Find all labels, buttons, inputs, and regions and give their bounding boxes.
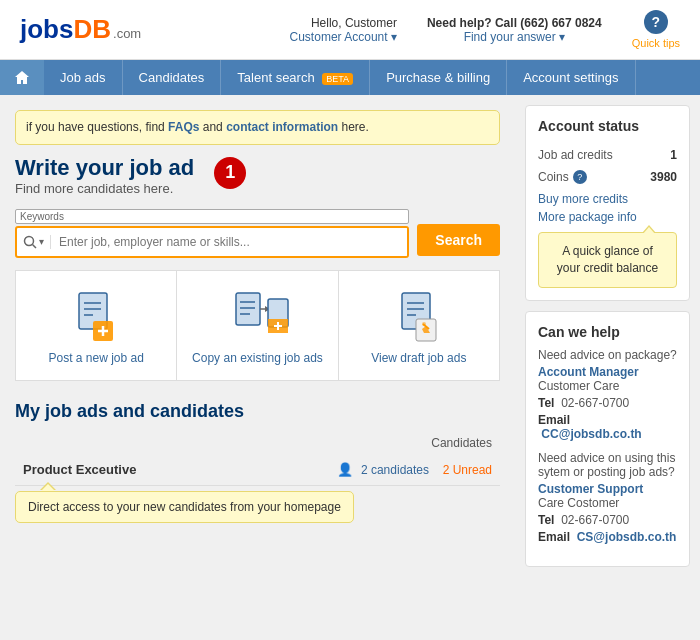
col-candidates-header: Candidates [224, 432, 500, 454]
svg-point-26 [422, 322, 426, 326]
help-advice1: Need advice on package? [538, 348, 677, 362]
copy-job-icon [232, 291, 282, 341]
faq-tooltip: if you have questions, find FAQs and con… [15, 110, 500, 145]
search-input[interactable] [51, 228, 407, 256]
my-job-ads-title: My job ads and candidates [15, 401, 500, 422]
post-job-label: Post a new job ad [26, 351, 166, 365]
candidates-count[interactable]: 2 candidates [361, 463, 429, 477]
user-info: Hello, Customer Customer Account ▾ [290, 16, 397, 44]
search-input-inner: ▾ [15, 226, 409, 258]
view-draft-label: View draft job ads [349, 351, 489, 365]
sidebar: Account status Job ad credits 1 Coins ? … [515, 95, 700, 577]
nav-home-button[interactable] [0, 60, 44, 95]
main-nav: Job ads Candidates Talent search BETA Pu… [0, 60, 700, 95]
candidate-icon: 👤 [337, 462, 353, 477]
copy-job-label: Copy an existing job ads [187, 351, 327, 365]
view-draft-card[interactable]: View draft job ads [339, 271, 499, 380]
account-status-box: Account status Job ad credits 1 Coins ? … [525, 105, 690, 301]
main-area: if you have questions, find FAQs and con… [0, 95, 700, 577]
help-section-support: Need advice on using this sytem or posti… [538, 451, 677, 544]
coins-row: Coins ? 3980 [538, 166, 677, 188]
beta-badge: BETA [322, 73, 353, 85]
customer-care: Customer Care [538, 379, 677, 393]
help-title: Can we help [538, 324, 677, 340]
keywords-label: Keywords [15, 209, 409, 224]
copy-job-card[interactable]: Copy an existing job ads [177, 271, 338, 380]
nav-item-talent-search[interactable]: Talent search BETA [221, 60, 370, 95]
search-bar: Keywords ▾ Search [15, 209, 500, 258]
quick-tips[interactable]: ? Quick tips [632, 10, 680, 49]
view-draft-icon [394, 291, 444, 341]
contact-link[interactable]: contact information [226, 120, 338, 134]
account-status-title: Account status [538, 118, 677, 134]
post-job-icon [71, 291, 121, 341]
candidates-table: Candidates Product Exceutive 👤 2 candida… [15, 432, 500, 486]
greeting-text: Hello, Customer [311, 16, 397, 30]
job-credits-label: Job ad credits [538, 148, 613, 162]
quick-tips-icon: ? [644, 10, 668, 34]
coins-info-icon[interactable]: ? [573, 170, 587, 184]
coins-value: 3980 [650, 170, 677, 184]
write-job-header: Write your job ad Find more candidates h… [15, 155, 500, 204]
tel2: Tel 02-667-0700 [538, 513, 677, 527]
quick-tips-label: Quick tips [632, 37, 680, 49]
search-input-wrapper: Keywords ▾ [15, 209, 409, 258]
faq-link[interactable]: FAQs [168, 120, 199, 134]
header-right: Hello, Customer Customer Account ▾ Need … [290, 10, 680, 49]
job-credits-value: 1 [670, 148, 677, 162]
job-title: Product Exceutive [15, 454, 224, 486]
help-info: Need help? Call (662) 667 0824 Find your… [427, 16, 602, 44]
account-link[interactable]: Customer Account ▾ [290, 30, 397, 44]
svg-rect-9 [236, 293, 260, 325]
home-icon [14, 70, 30, 86]
job-cards: Post a new job ad [15, 270, 500, 381]
logo-jobs: jobs [20, 14, 73, 45]
step-badge: 1 [214, 157, 246, 189]
direct-access-text: Direct access to your new candidates fro… [28, 500, 341, 514]
faq-text: if you have questions, find FAQs and con… [26, 120, 369, 134]
nav-item-purchase[interactable]: Purchase & billing [370, 60, 507, 95]
help-section-account: Need advice on package? Account Manager … [538, 348, 677, 441]
account-manager-link[interactable]: Account Manager [538, 365, 639, 379]
email2-link[interactable]: CS@jobsdb.co.th [577, 530, 677, 544]
svg-point-0 [25, 236, 34, 245]
svg-line-1 [33, 244, 37, 248]
nav-item-candidates[interactable]: Candidates [123, 60, 222, 95]
help-box: Can we help Need advice on package? Acco… [525, 311, 690, 567]
search-icon-area[interactable]: ▾ [17, 235, 51, 249]
job-ad-credits-row: Job ad credits 1 [538, 144, 677, 166]
search-magnifier-icon [23, 235, 37, 249]
candidates-tooltip: Direct access to your new candidates fro… [15, 491, 500, 523]
post-new-job-card[interactable]: Post a new job ad [16, 271, 177, 380]
email1-link[interactable]: CC@jobsdb.co.th [541, 427, 641, 441]
direct-access-tooltip: Direct access to your new candidates fro… [15, 491, 354, 523]
table-row: Product Exceutive 👤 2 candidates 2 Unrea… [15, 454, 500, 486]
credit-glance-text: A quick glance of your credit balance [557, 244, 658, 275]
help-advice2: Need advice on using this sytem or posti… [538, 451, 677, 479]
logo-com: .com [113, 26, 141, 41]
nav-item-job-ads[interactable]: Job ads [44, 60, 123, 95]
coins-label: Coins [538, 170, 569, 184]
nav-item-account-settings[interactable]: Account settings [507, 60, 635, 95]
main-content: if you have questions, find FAQs and con… [0, 95, 515, 577]
email2: Email CS@jobsdb.co.th [538, 530, 677, 544]
top-tooltips: if you have questions, find FAQs and con… [15, 110, 500, 145]
credit-glance-tooltip: A quick glance of your credit balance [538, 232, 677, 288]
write-job-title: Write your job ad [15, 155, 194, 181]
page-header: jobsDB.com Hello, Customer Customer Acco… [0, 0, 700, 60]
find-answer-link[interactable]: Find your answer ▾ [464, 30, 565, 44]
tel1: Tel 02-667-0700 [538, 396, 677, 410]
logo: jobsDB.com [20, 14, 141, 45]
email1: Email CC@jobsdb.co.th [538, 413, 677, 441]
search-button[interactable]: Search [417, 224, 500, 256]
package-info-link[interactable]: More package info [538, 210, 677, 224]
logo-db: DB [73, 14, 111, 45]
unread-count: 2 Unread [443, 463, 492, 477]
write-job-subtitle: Find more candidates here. [15, 181, 204, 196]
tooltip-arrow-inner [41, 484, 55, 491]
care-costomer: Care Costomer [538, 496, 677, 510]
buy-credits-link[interactable]: Buy more credits [538, 192, 677, 206]
customer-support-link[interactable]: Customer Support [538, 482, 643, 496]
help-label: Need help? Call (662) 667 0824 [427, 16, 602, 30]
